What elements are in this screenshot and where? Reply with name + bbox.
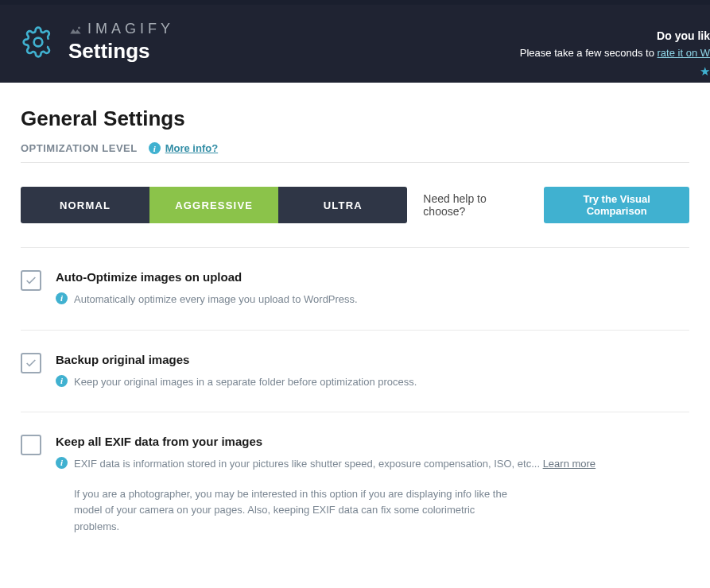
- section-label-row: OPTIMIZATION LEVEL i More info?: [21, 142, 689, 163]
- brand-logo: IMAGIFY: [68, 21, 174, 37]
- imagify-logo-icon: [68, 24, 83, 35]
- option-body: Keep all EXIF data from your images i EX…: [56, 435, 689, 536]
- page-title: General Settings: [21, 106, 689, 131]
- promo-link[interactable]: rate it on W: [658, 47, 710, 59]
- section-label: OPTIMIZATION LEVEL: [21, 142, 138, 154]
- more-info: i More info?: [149, 142, 218, 154]
- header-left: IMAGIFY Settings: [22, 21, 174, 64]
- backup-checkbox[interactable]: [21, 353, 41, 373]
- option-note: If you are a photographer, you may be in…: [74, 486, 519, 536]
- option-desc-text: Keep your original images in a separate …: [74, 374, 417, 390]
- option-title: Backup original images: [56, 353, 689, 366]
- option-body: Auto-Optimize images on upload i Automat…: [56, 270, 689, 308]
- option-backup: Backup original images i Keep your origi…: [21, 331, 689, 413]
- header: IMAGIFY Settings Do you lik Please take …: [0, 5, 710, 83]
- option-desc-text: EXIF data is information stored in your …: [74, 456, 596, 472]
- option-exif: Keep all EXIF data from your images i EX…: [21, 412, 689, 558]
- promo-question: Do you lik: [657, 29, 710, 42]
- check-icon: [25, 274, 37, 287]
- level-aggressive-button[interactable]: AGGRESSIVE: [149, 187, 278, 223]
- exif-desc-text: EXIF data is information stored in your …: [74, 458, 543, 470]
- star-icon: ★: [520, 62, 710, 81]
- content: General Settings OPTIMIZATION LEVEL i Mo…: [0, 83, 710, 566]
- more-info-link[interactable]: More info?: [165, 142, 218, 154]
- info-icon: i: [149, 142, 161, 154]
- option-title: Auto-Optimize images on upload: [56, 270, 689, 284]
- visual-comparison-button[interactable]: Try the Visual Comparison: [544, 187, 689, 223]
- optimization-level-row: NORMAL AGGRESSIVE ULTRA Need help to cho…: [21, 187, 689, 248]
- option-auto-optimize: Auto-Optimize images on upload i Automat…: [21, 248, 689, 331]
- gear-icon: [22, 26, 54, 58]
- option-title: Keep all EXIF data from your images: [56, 435, 689, 448]
- info-icon: i: [56, 375, 68, 387]
- auto-optimize-checkbox[interactable]: [21, 270, 41, 291]
- level-ultra-button[interactable]: ULTRA: [278, 187, 407, 223]
- svg-point-0: [34, 38, 43, 47]
- option-body: Backup original images i Keep your origi…: [56, 353, 689, 390]
- brand-name: IMAGIFY: [87, 21, 174, 37]
- help-text: Need help to choose?: [423, 192, 528, 218]
- svg-point-1: [78, 27, 80, 29]
- info-icon: i: [56, 457, 68, 469]
- option-desc-text: Automatically optimize every image you u…: [74, 292, 358, 308]
- header-title: Settings: [68, 39, 174, 64]
- info-icon: i: [56, 292, 68, 304]
- brand-block: IMAGIFY Settings: [68, 21, 174, 64]
- option-desc: i Automatically optimize every image you…: [56, 292, 689, 308]
- option-desc: i EXIF data is information stored in you…: [56, 456, 689, 472]
- exif-checkbox[interactable]: [21, 435, 41, 455]
- promo-text: Please take a few seconds to: [520, 47, 658, 59]
- learn-more-link[interactable]: Learn more: [543, 458, 596, 470]
- check-icon: [25, 357, 37, 369]
- level-normal-button[interactable]: NORMAL: [21, 187, 149, 223]
- option-desc: i Keep your original images in a separat…: [56, 374, 689, 390]
- header-promo: Do you lik Please take a few seconds to …: [520, 27, 710, 81]
- level-buttons: NORMAL AGGRESSIVE ULTRA: [21, 187, 407, 223]
